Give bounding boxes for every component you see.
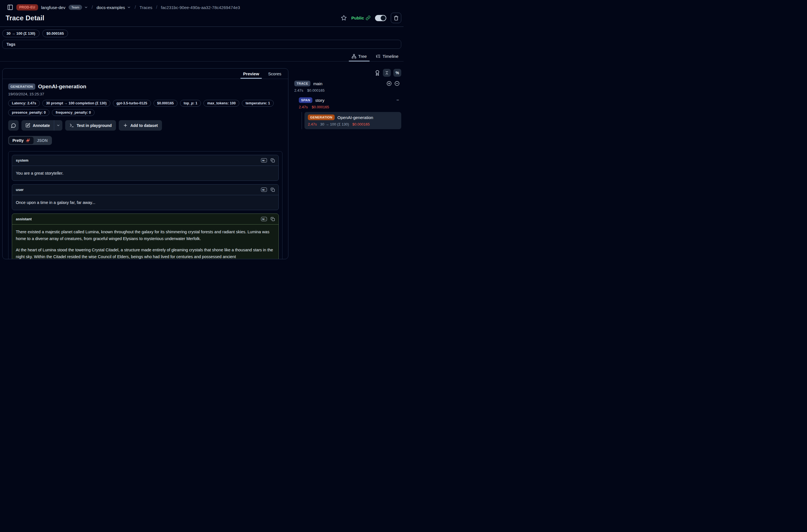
tab-preview[interactable]: Preview (240, 69, 263, 79)
observation-badges-row-1: Latency: 2.47s 30 prompt → 100 completio… (8, 100, 282, 107)
trace-cost: $0.000165 (307, 88, 324, 93)
trace-latency: 2.47s (294, 88, 303, 93)
message-paragraph: At the heart of Lumina stood the towerin… (16, 247, 275, 259)
observation-type-badge: GENERATION (8, 83, 35, 90)
comment-icon (11, 123, 16, 128)
max-tokens-badge: max_tokens: 100 (203, 100, 239, 107)
collapse-all-button[interactable] (383, 69, 391, 77)
token-usage-badge: 30 prompt → 100 completion (Σ 130) (42, 100, 110, 107)
message-tools: M↓ (261, 158, 275, 163)
message-content: There existed a majestic planet called L… (12, 225, 279, 259)
copy-icon[interactable] (270, 217, 275, 221)
message-content: Once upon a time in a galaxy far, far aw… (12, 195, 279, 210)
message-content: You are a great storyteller. (12, 166, 279, 180)
trace-token-usage-badge: 30 → 100 (Σ 130) (2, 30, 39, 37)
annotate-dropdown-button[interactable] (54, 120, 62, 131)
annotate-label: Annotate (33, 123, 50, 128)
public-link-button[interactable]: Public (351, 16, 371, 20)
plus-circle-icon[interactable] (387, 81, 392, 86)
tree-generation-wrap: GENERATION OpenAI-generation 2.47s 30 → … (302, 112, 401, 129)
copy-icon[interactable] (270, 188, 275, 192)
observation-detail: GENERATION OpenAI-generation 19/03/2024,… (2, 79, 288, 259)
trace-detail-page: PROD-EU langfuse-dev Team / docs-example… (0, 0, 404, 266)
tree-icon (352, 54, 356, 59)
metrics-percent-button[interactable]: % (393, 69, 401, 77)
breadcrumb-separator: / (134, 5, 136, 10)
markdown-toggle-icon[interactable]: M↓ (261, 158, 267, 163)
title-row: Trace Detail Public (0, 11, 404, 23)
breadcrumb-org[interactable]: langfuse-dev (41, 5, 65, 10)
pretty-toggle-button[interactable]: Pretty (9, 137, 34, 144)
markdown-toggle-icon[interactable]: M↓ (261, 217, 267, 221)
minus-circle-icon[interactable] (394, 81, 399, 86)
span-collapse-button[interactable]: − (396, 98, 401, 103)
tree-zoom-controls (387, 81, 401, 86)
breadcrumb-separator: / (91, 5, 93, 10)
temperature-badge: temperature: 1 (242, 100, 274, 107)
view-tabs: Tree Timeline (0, 49, 404, 61)
tree-span-group: SPAN story − 2.47s $0.000165 GENERATION … (299, 97, 401, 129)
message-role: user (16, 188, 23, 192)
message-role: system (16, 158, 29, 163)
json-toggle-button[interactable]: JSON (34, 137, 51, 144)
messages-container: system M↓ You are a great storyteller. (8, 151, 282, 259)
environment-badge: PROD-EU (16, 4, 38, 11)
actions-row: Annotate Test in playground Add to datas… (8, 120, 282, 131)
message-tools: M↓ (261, 188, 275, 192)
chevrons-collapse-icon (384, 71, 389, 75)
message-paragraph: Once upon a time in a galaxy far, far aw… (16, 199, 275, 206)
message-paragraph: There existed a majestic planet called L… (16, 228, 275, 242)
trace-badge: TRACE (294, 81, 311, 86)
cost-badge: $0.000165 (153, 100, 177, 107)
breadcrumb-section[interactable]: Traces (140, 5, 152, 10)
top-p-badge: top_p: 1 (180, 100, 201, 107)
message-paragraph: You are a great storyteller. (16, 170, 275, 176)
scores-award-button[interactable] (374, 70, 380, 76)
latency-badge: Latency: 2.47s (8, 100, 40, 107)
observation-title: OpenAI-generation (38, 83, 86, 90)
markdown-toggle-icon[interactable]: M↓ (261, 188, 267, 192)
tab-timeline[interactable]: Timeline (373, 53, 401, 61)
sidebar-toggle-button[interactable] (7, 4, 13, 11)
public-toggle[interactable] (375, 15, 386, 21)
trace-metrics: 2.47s $0.000165 (294, 88, 401, 93)
star-button[interactable] (341, 15, 347, 21)
tags-box[interactable]: Tags (2, 40, 401, 49)
span-latency: 2.47s (299, 105, 308, 109)
span-name: story (315, 98, 324, 103)
trace-badges: 30 → 100 (Σ 130) $0.000165 (0, 27, 404, 37)
add-to-dataset-button[interactable]: Add to dataset (119, 120, 162, 131)
sparkles-icon (26, 138, 30, 143)
tree-node-generation-selected[interactable]: GENERATION OpenAI-generation 2.47s 30 → … (304, 112, 401, 129)
tree-node-trace[interactable]: TRACE main (294, 81, 401, 86)
tree-toolbar: % (294, 69, 401, 77)
annotate-button[interactable]: Annotate (21, 120, 54, 131)
breadcrumb-trace-id: fac231bc-90ee-490a-aa32-78c4269474e3 (161, 5, 240, 10)
add-to-dataset-label: Add to dataset (130, 123, 158, 128)
trace-cost-badge: $0.000165 (42, 30, 68, 37)
panel-tabs: Preview Scores (2, 69, 288, 79)
generation-latency: 2.47s (308, 122, 317, 126)
chevron-down-icon[interactable] (84, 5, 88, 9)
copy-icon[interactable] (270, 158, 275, 163)
delete-trace-button[interactable] (391, 13, 401, 23)
tab-scores[interactable]: Scores (265, 69, 285, 79)
observation-timestamp: 19/03/2024, 15:25:37 (8, 92, 282, 96)
pretty-label: Pretty (13, 138, 24, 143)
tags-label: Tags (6, 42, 16, 46)
generation-cost: $0.000165 (353, 122, 370, 126)
message-header: system M↓ (12, 155, 279, 166)
model-badge: gpt-3.5-turbo-0125 (113, 100, 151, 107)
comment-button[interactable] (8, 120, 19, 131)
chevron-down-icon[interactable] (127, 5, 131, 9)
span-metrics: 2.47s $0.000165 (299, 105, 401, 109)
tree-node-span[interactable]: SPAN story − (299, 97, 401, 103)
test-in-playground-button[interactable]: Test in playground (65, 120, 116, 131)
toggle-knob (381, 16, 386, 21)
message-tools: M↓ (261, 217, 275, 221)
plus-icon (123, 123, 128, 128)
generation-name: OpenAI-generation (337, 115, 373, 120)
tab-tree[interactable]: Tree (349, 53, 370, 61)
public-label: Public (351, 16, 364, 20)
breadcrumb-project[interactable]: docs-examples (96, 5, 125, 10)
